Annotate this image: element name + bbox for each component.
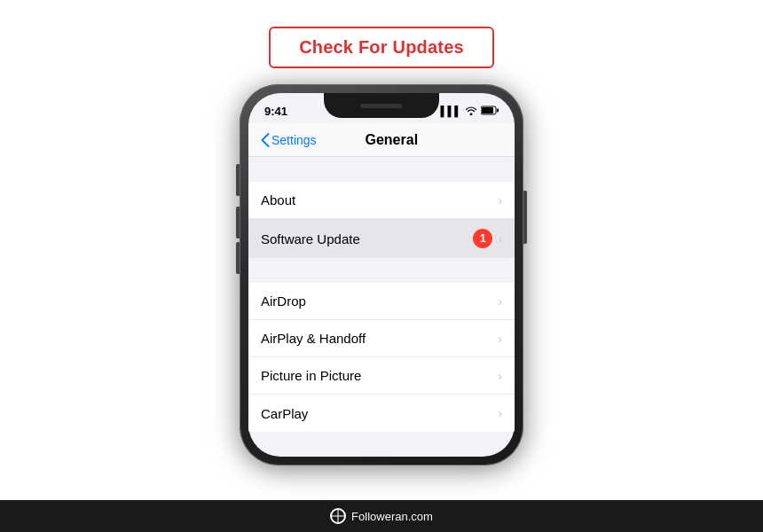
chevron-icon-2: › bbox=[498, 231, 502, 246]
section-gap-1 bbox=[248, 157, 515, 182]
phone-notch bbox=[324, 93, 439, 118]
list-item-airdrop[interactable]: AirDrop › bbox=[248, 283, 515, 320]
globe-icon bbox=[330, 508, 346, 524]
phone-mockup: 9:41 ▌▌▌ bbox=[240, 84, 523, 466]
list-item-about[interactable]: About › bbox=[248, 182, 515, 219]
speaker bbox=[360, 104, 403, 108]
brand-name: Followeran.com bbox=[351, 510, 433, 523]
brand-logo: Followeran.com bbox=[330, 508, 433, 524]
list-item-software-update[interactable]: Software Update 1 › bbox=[248, 219, 515, 258]
back-button[interactable]: Settings bbox=[261, 133, 317, 147]
page-title: General bbox=[317, 132, 467, 148]
navigation-bar: Settings General bbox=[248, 123, 515, 157]
settings-list: About › Software Update 1 › AirDrop › bbox=[248, 157, 515, 432]
status-icons: ▌▌▌ bbox=[441, 106, 499, 117]
status-time: 9:41 bbox=[264, 105, 287, 118]
chevron-icon-6: › bbox=[498, 406, 502, 420]
footer-bar: Followeran.com bbox=[0, 500, 763, 532]
check-updates-button[interactable]: Check For Updates bbox=[269, 27, 494, 68]
chevron-icon-5: › bbox=[498, 369, 502, 383]
software-update-label: Software Update bbox=[261, 231, 473, 246]
list-item-picture-in-picture[interactable]: Picture in Picture › bbox=[248, 357, 515, 395]
phone-screen: 9:41 ▌▌▌ bbox=[248, 93, 515, 457]
wifi-icon bbox=[465, 106, 477, 117]
signal-icon: ▌▌▌ bbox=[441, 106, 461, 116]
chevron-icon-4: › bbox=[498, 332, 502, 346]
list-item-airplay-handoff[interactable]: AirPlay & Handoff › bbox=[248, 320, 515, 357]
list-section-2: AirDrop › AirPlay & Handoff › Picture in… bbox=[248, 283, 515, 432]
list-section-1: About › Software Update 1 › bbox=[248, 182, 515, 258]
chevron-icon-3: › bbox=[498, 294, 502, 309]
battery-icon bbox=[481, 106, 499, 117]
svg-rect-1 bbox=[482, 107, 493, 113]
phone-frame: 9:41 ▌▌▌ bbox=[240, 84, 523, 466]
back-label: Settings bbox=[271, 133, 317, 147]
section-gap-2 bbox=[248, 258, 515, 283]
airplay-handoff-label: AirPlay & Handoff bbox=[261, 331, 498, 346]
picture-in-picture-label: Picture in Picture bbox=[261, 368, 498, 383]
airdrop-label: AirDrop bbox=[261, 293, 498, 309]
chevron-icon: › bbox=[498, 193, 502, 207]
about-label: About bbox=[261, 192, 498, 207]
list-item-carplay[interactable]: CarPlay › bbox=[248, 395, 515, 432]
carplay-label: CarPlay bbox=[261, 406, 498, 421]
update-badge: 1 bbox=[473, 229, 492, 248]
svg-rect-2 bbox=[497, 108, 499, 112]
